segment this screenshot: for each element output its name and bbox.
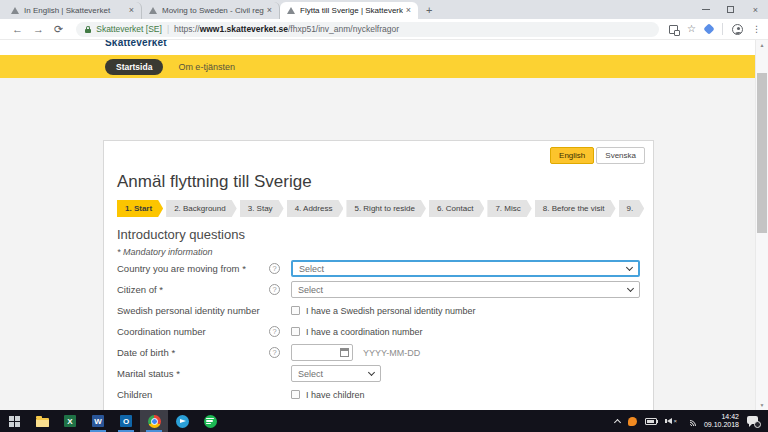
pin-checkbox[interactable] bbox=[291, 306, 300, 315]
address-bar[interactable]: Skatteverket [SE] | https://www1.skattev… bbox=[76, 22, 659, 37]
citizen-label: Citizen of * bbox=[117, 284, 269, 295]
step-tab-right-to-reside[interactable]: 5. Right to reside bbox=[346, 200, 425, 217]
wifi-icon[interactable] bbox=[685, 416, 696, 426]
language-english-button[interactable]: English bbox=[550, 147, 594, 164]
help-icon[interactable]: ? bbox=[269, 284, 280, 295]
step-tab-contact[interactable]: 6. Contact bbox=[429, 200, 484, 217]
browser-tab-2[interactable]: Moving to Sweden - Civil regist... × bbox=[142, 2, 280, 19]
windows-logo-icon bbox=[9, 416, 20, 427]
language-svenska-button[interactable]: Svenska bbox=[596, 147, 645, 164]
step-tab-address[interactable]: 4. Address bbox=[287, 200, 344, 217]
browser-tabstrip: In English | Skatteverket × Moving to Sw… bbox=[0, 0, 768, 19]
scrollbar-down-icon[interactable]: ▼ bbox=[756, 400, 768, 410]
start-menu-button[interactable] bbox=[0, 410, 28, 432]
antivirus-icon[interactable] bbox=[628, 417, 637, 426]
nav-om-etjansten[interactable]: Om e-tjänsten bbox=[178, 62, 235, 72]
taskbar-excel[interactable]: X bbox=[56, 410, 84, 432]
skatteverket-favicon-icon bbox=[287, 7, 295, 14]
page-content: Skatteverket Startsida Om e-tjänsten Eng… bbox=[0, 40, 755, 410]
calendar-icon[interactable] bbox=[340, 348, 349, 357]
chrome-icon bbox=[148, 415, 161, 428]
taskbar-outlook[interactable]: O bbox=[112, 410, 140, 432]
back-icon[interactable]: ← bbox=[12, 24, 23, 35]
lock-icon bbox=[85, 26, 91, 33]
tab-title: In English | Skatteverket bbox=[24, 6, 126, 15]
children-checkbox-label: I have children bbox=[306, 390, 365, 400]
action-center-icon[interactable] bbox=[747, 416, 760, 427]
scrollbar-up-icon[interactable]: ▲ bbox=[756, 40, 768, 50]
row-children: Children I have children bbox=[117, 386, 640, 403]
url-scheme: https:// bbox=[174, 24, 200, 34]
step-tab-start[interactable]: 1. Start bbox=[117, 200, 163, 217]
taskbar-spotify[interactable] bbox=[196, 410, 224, 432]
window-minimize-button[interactable] bbox=[693, 0, 718, 19]
nav-startsida[interactable]: Startsida bbox=[105, 59, 163, 75]
help-icon[interactable]: ? bbox=[269, 347, 280, 358]
reload-icon[interactable]: ⟳ bbox=[54, 24, 63, 35]
new-tab-button[interactable]: + bbox=[426, 4, 432, 16]
bookmark-star-icon[interactable]: ☆ bbox=[687, 24, 696, 34]
profile-avatar-icon[interactable] bbox=[732, 24, 743, 35]
children-checkbox[interactable] bbox=[291, 390, 300, 399]
dob-input[interactable] bbox=[295, 348, 340, 358]
window-close-button[interactable]: × bbox=[743, 0, 768, 19]
taskbar-word[interactable]: W bbox=[84, 410, 112, 432]
mandatory-note: * Mandatory information bbox=[117, 247, 213, 257]
step-tab-background[interactable]: 2. Background bbox=[166, 200, 237, 217]
windows-taskbar: X W O × 14:42 09.10.2018 bbox=[0, 410, 768, 432]
excel-icon: X bbox=[64, 415, 76, 427]
citizen-select[interactable]: Select bbox=[291, 281, 640, 298]
omnibox-separator: | bbox=[167, 24, 169, 34]
wizard-steps: 1. Start 2. Background 3. Stay 4. Addres… bbox=[117, 200, 644, 217]
volume-muted-icon[interactable]: × bbox=[665, 418, 677, 424]
marital-select-value: Select bbox=[298, 369, 323, 379]
step-tab-stay[interactable]: 3. Stay bbox=[240, 200, 284, 217]
toolbar-icons: ☆ ⋮ bbox=[669, 23, 761, 35]
scrollbar-thumb[interactable] bbox=[757, 73, 767, 233]
tab-close-icon[interactable]: × bbox=[267, 6, 272, 15]
help-icon[interactable]: ? bbox=[269, 326, 280, 337]
telegram-icon bbox=[176, 415, 189, 428]
taskbar-file-explorer[interactable] bbox=[28, 410, 56, 432]
chevron-down-icon bbox=[368, 369, 375, 376]
forward-icon[interactable]: → bbox=[33, 24, 44, 35]
country-select[interactable]: Select bbox=[291, 260, 640, 277]
step-tab-misc[interactable]: 7. Misc bbox=[487, 200, 531, 217]
window-controls: × bbox=[693, 0, 768, 19]
step-tab-9[interactable]: 9. bbox=[619, 200, 645, 217]
browser-tab-3-active[interactable]: Flytta till Sverige | Skatteverket × bbox=[280, 2, 418, 19]
coordination-checkbox[interactable] bbox=[291, 327, 300, 336]
row-citizen: Citizen of * ? Select bbox=[117, 281, 640, 298]
browser-menu-icon[interactable]: ⋮ bbox=[752, 25, 761, 34]
taskbar-clock[interactable]: 14:42 09.10.2018 bbox=[704, 413, 739, 429]
folder-icon bbox=[36, 418, 49, 427]
dob-label: Date of birth * bbox=[117, 347, 269, 358]
help-icon[interactable]: ? bbox=[269, 263, 280, 274]
skatteverket-favicon-icon bbox=[149, 7, 157, 14]
tab-close-icon[interactable]: × bbox=[406, 6, 411, 15]
window-maximize-button[interactable] bbox=[718, 0, 743, 19]
coordination-checkbox-label: I have a coordination number bbox=[306, 327, 423, 337]
row-country: Country you are moving from * ? Select bbox=[117, 260, 640, 277]
translate-icon[interactable] bbox=[669, 25, 678, 34]
taskbar-chrome[interactable] bbox=[140, 410, 168, 432]
browser-tab-1[interactable]: In English | Skatteverket × bbox=[4, 2, 142, 19]
step-tab-before-the-visit[interactable]: 8. Before the visit bbox=[535, 200, 616, 217]
notification-badge bbox=[754, 421, 761, 428]
tray-chevron-up-icon[interactable] bbox=[614, 418, 621, 425]
word-icon: W bbox=[92, 415, 104, 427]
introductory-form: Country you are moving from * ? Select C… bbox=[117, 260, 640, 407]
pin-checkbox-label: I have a Swedish personal identity numbe… bbox=[306, 306, 476, 316]
section-title: Introductory questions bbox=[117, 227, 245, 242]
toolbar-divider bbox=[722, 23, 723, 35]
extension-icon[interactable] bbox=[703, 23, 714, 34]
tab-close-icon[interactable]: × bbox=[129, 6, 134, 15]
battery-icon[interactable] bbox=[645, 418, 657, 425]
country-select-value: Select bbox=[299, 264, 324, 274]
chevron-down-icon bbox=[627, 285, 634, 292]
skatteverket-logo: Skatteverket bbox=[105, 40, 755, 48]
page-scrollbar[interactable]: ▲ ▼ bbox=[755, 40, 768, 410]
outlook-icon: O bbox=[120, 415, 132, 427]
taskbar-telegram[interactable] bbox=[168, 410, 196, 432]
marital-select[interactable]: Select bbox=[291, 365, 381, 382]
